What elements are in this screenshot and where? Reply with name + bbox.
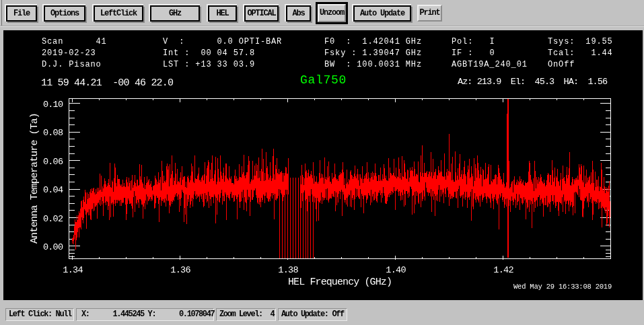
svg-text:Az: 213.9 El: 45.3 HA: 1.5: Az: 213.9 El: 45.3 HA: 1.56	[458, 77, 608, 87]
svg-text:LST : +13 33 03.9: LST : +13 33 03.9	[163, 60, 255, 69]
svg-text:0.00: 0.00	[43, 242, 63, 252]
svg-text:Scan 41: Scan 41	[42, 37, 107, 46]
svg-text:OnOff: OnOff	[548, 60, 575, 69]
svg-text:V : 0.0 OPTI-BAR: V : 0.0 OPTI-BAR	[163, 37, 282, 46]
svg-text:D.J. Pisano: D.J. Pisano	[42, 60, 102, 69]
svg-text:0.08: 0.08	[43, 128, 63, 138]
svg-text:11 59 44.21 -00 46 22.0: 11 59 44.21 -00 46 22.0	[41, 77, 174, 89]
svg-text:BW : 100.0031 MHz: BW : 100.0031 MHz	[324, 60, 422, 69]
svg-text:1.42: 1.42	[493, 265, 513, 275]
svg-text:0.02: 0.02	[43, 214, 63, 224]
svg-text:Antenna Temperature (Ta): Antenna Temperature (Ta)	[29, 113, 40, 244]
svg-text:0.06: 0.06	[43, 157, 63, 167]
svg-text:Int : 00 04 57.8: Int : 00 04 57.8	[163, 48, 255, 58]
svg-text:Tcal: 1.44: Tcal: 1.44	[548, 48, 613, 58]
svg-text:0.10: 0.10	[43, 100, 63, 110]
svg-text:1.36: 1.36	[170, 265, 190, 275]
svg-text:HEL Frequency (GHz): HEL Frequency (GHz)	[288, 277, 392, 288]
svg-text:Tsys: 19.55: Tsys: 19.55	[548, 37, 613, 46]
svg-text:Pol: I: Pol: I	[452, 37, 495, 46]
svg-text:Gal750: Gal750	[300, 73, 347, 87]
svg-text:F0 : 1.42041 GHz: F0 : 1.42041 GHz	[324, 37, 422, 46]
svg-text:2019-02-23: 2019-02-23	[42, 48, 96, 58]
svg-text:1.40: 1.40	[386, 265, 406, 275]
svg-text:IF : 0: IF : 0	[452, 48, 495, 58]
svg-text:0.04: 0.04	[43, 185, 63, 195]
svg-text:1.34: 1.34	[63, 265, 83, 275]
svg-text:AGBT19A_240_01: AGBT19A_240_01	[452, 60, 528, 69]
svg-text:1.38: 1.38	[278, 265, 298, 275]
svg-text:Wed May 29 16:33:08 2019: Wed May 29 16:33:08 2019	[513, 283, 612, 291]
svg-text:Fsky : 1.39047 GHz: Fsky : 1.39047 GHz	[324, 48, 422, 58]
